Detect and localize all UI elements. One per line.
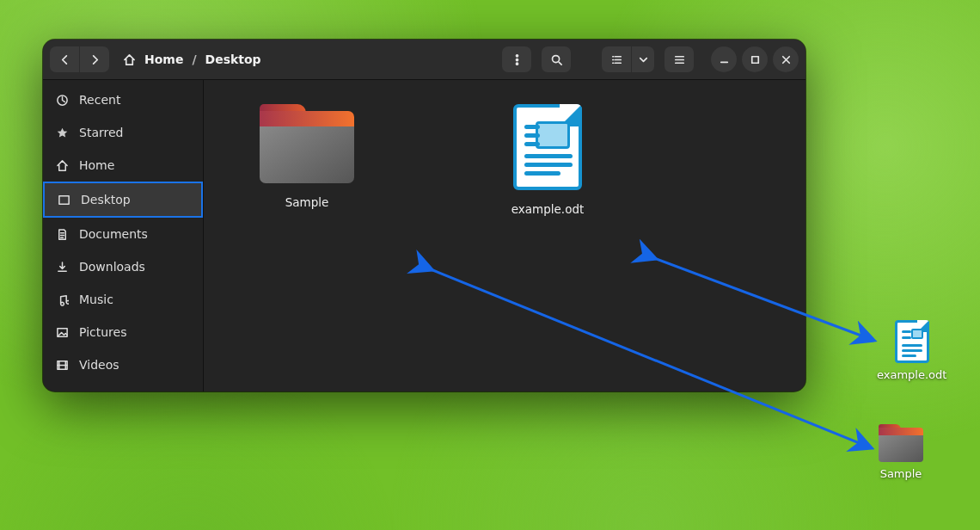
breadcrumb-current[interactable]: Desktop	[205, 52, 261, 66]
sidebar-item-home[interactable]: Home	[43, 149, 203, 182]
file-manager-window: Home / Desktop	[43, 40, 805, 391]
hamburger-menu-button[interactable]	[665, 46, 694, 72]
desktop-icon-folder[interactable]: Sample	[879, 424, 923, 480]
sidebar-item-label: Starred	[79, 126, 123, 139]
star-icon	[55, 126, 69, 139]
titlebar[interactable]: Home / Desktop	[43, 40, 805, 80]
view-options-button[interactable]	[632, 46, 654, 72]
file-item-folder[interactable]: Sample	[255, 104, 358, 209]
sidebar-item-label: Videos	[79, 358, 119, 372]
minimize-button[interactable]	[711, 46, 737, 72]
sidebar-item-documents[interactable]: Documents	[43, 218, 203, 250]
videos-icon	[55, 358, 69, 372]
sidebar-item-music[interactable]: Music	[43, 283, 203, 316]
sidebar-item-downloads[interactable]: Downloads	[43, 250, 203, 283]
music-icon	[55, 293, 69, 306]
search-button[interactable]	[542, 46, 571, 72]
svg-point-0	[516, 54, 518, 56]
sidebar-item-label: Recent	[79, 93, 120, 107]
download-icon	[55, 260, 69, 274]
forward-button[interactable]	[80, 46, 109, 72]
svg-point-1	[516, 59, 518, 60]
maximize-button[interactable]	[742, 46, 768, 72]
svg-rect-4	[751, 56, 758, 63]
desktop-icon-document[interactable]: example.odt	[877, 320, 946, 381]
home-icon	[123, 53, 136, 66]
more-menu-button[interactable]	[502, 46, 531, 72]
svg-point-3	[552, 55, 559, 62]
sidebar: Recent Starred Home Desktop Documents	[43, 80, 204, 391]
list-view-button[interactable]	[602, 46, 631, 72]
sidebar-item-starred[interactable]: Starred	[43, 116, 203, 149]
breadcrumb-root[interactable]: Home	[144, 52, 183, 66]
sidebar-item-pictures[interactable]: Pictures	[43, 316, 203, 348]
sidebar-item-label: Music	[79, 293, 113, 306]
svg-point-2	[516, 63, 518, 65]
content-area[interactable]: Sample example.odt	[204, 80, 805, 391]
sidebar-item-label: Documents	[79, 227, 148, 241]
svg-rect-6	[58, 195, 68, 203]
document-icon	[55, 227, 69, 241]
sidebar-item-label: Pictures	[79, 325, 126, 339]
file-item-label: example.odt	[511, 202, 585, 216]
sidebar-item-videos[interactable]: Videos	[43, 348, 203, 381]
sidebar-item-label: Desktop	[81, 193, 131, 206]
desktop-icon-label: Sample	[880, 467, 922, 480]
sidebar-item-desktop[interactable]: Desktop	[43, 182, 203, 218]
file-item-label: Sample	[285, 195, 329, 209]
file-item-document[interactable]: example.odt	[496, 104, 599, 216]
folder-icon	[260, 104, 354, 183]
sidebar-item-label: Home	[79, 158, 114, 172]
back-button[interactable]	[50, 46, 79, 72]
breadcrumb[interactable]: Home / Desktop	[123, 52, 261, 66]
sidebar-item-recent[interactable]: Recent	[43, 83, 203, 116]
home-icon	[55, 158, 69, 172]
clock-icon	[55, 93, 69, 107]
document-icon	[895, 320, 929, 363]
close-button[interactable]	[773, 46, 799, 72]
desktop-icon	[57, 193, 70, 206]
desktop[interactable]: Home / Desktop	[0, 0, 980, 530]
sidebar-item-label: Downloads	[79, 260, 145, 274]
document-icon	[513, 104, 582, 190]
breadcrumb-separator: /	[192, 52, 196, 66]
folder-icon	[879, 424, 923, 462]
desktop-icon-label: example.odt	[877, 368, 946, 381]
pictures-icon	[55, 325, 69, 339]
